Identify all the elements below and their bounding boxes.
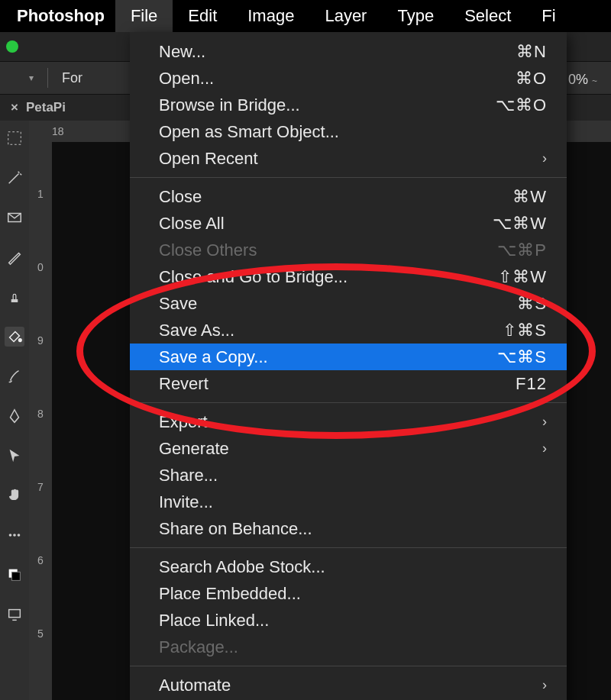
svg-point-3 xyxy=(9,534,12,537)
stamp-icon[interactable] xyxy=(5,287,24,307)
menu-item-revert[interactable]: RevertF12 xyxy=(130,370,567,397)
ruler-left: 1 0 9 8 7 6 5 4 xyxy=(29,142,52,700)
chevron-right-icon: › xyxy=(542,414,547,430)
menu-item-export[interactable]: Export› xyxy=(130,408,567,435)
ellipsis-icon[interactable] xyxy=(5,525,24,545)
chevron-right-icon: › xyxy=(542,440,547,456)
app-name: Photoshop xyxy=(6,6,115,26)
ruler-mark: 1 xyxy=(37,188,44,200)
menu-item-browse-in-bridge[interactable]: Browse in Bridge...⌥⌘O xyxy=(130,92,567,118)
options-field-label: For xyxy=(62,70,82,86)
menu-item-label: Share... xyxy=(159,466,218,485)
menu-item-label: Revert xyxy=(159,374,209,394)
menu-item-open[interactable]: Open...⌘O xyxy=(130,65,567,92)
paint-bucket-icon[interactable] xyxy=(12,69,19,87)
menu-item-place-linked[interactable]: Place Linked... xyxy=(130,607,567,634)
menu-image[interactable]: Image xyxy=(232,0,309,32)
ruler-mark: 8 xyxy=(37,408,44,420)
menu-item-label: Close xyxy=(159,187,202,207)
close-icon[interactable]: × xyxy=(11,100,18,115)
hand-icon[interactable] xyxy=(5,485,24,505)
menu-item-shortcut: ⇧⌘S xyxy=(503,321,547,340)
menu-item-share[interactable]: Share... xyxy=(130,462,567,489)
menu-item-label: Package... xyxy=(159,637,238,657)
wand-icon[interactable] xyxy=(5,168,24,188)
ruler-mark: 6 xyxy=(37,554,44,566)
divider xyxy=(47,68,48,88)
menu-item-place-embedded[interactable]: Place Embedded... xyxy=(130,580,567,607)
menu-item-open-recent[interactable]: Open Recent› xyxy=(130,145,567,172)
menu-item-shortcut: ⌘S xyxy=(517,294,547,314)
menu-item-label: Place Linked... xyxy=(159,611,269,631)
menu-item-shortcut: ⌘O xyxy=(516,69,547,89)
screen-icon[interactable] xyxy=(5,605,24,624)
arrow-icon[interactable] xyxy=(5,446,24,466)
menu-item-generate[interactable]: Generate› xyxy=(130,435,567,462)
menu-type[interactable]: Type xyxy=(382,0,449,32)
menu-item-package: Package... xyxy=(130,634,567,660)
menu-item-shortcut: ⌥⌘S xyxy=(497,347,547,367)
svg-point-2 xyxy=(19,339,22,342)
chevron-down-icon: ~ xyxy=(592,76,597,86)
svg-rect-0 xyxy=(8,132,21,145)
menu-item-shortcut: F12 xyxy=(516,374,547,394)
menu-item-open-as-smart-object[interactable]: Open as Smart Object... xyxy=(130,118,567,145)
menu-item-shortcut: ⌥⌘O xyxy=(496,95,547,115)
menu-item-close[interactable]: Close⌘W xyxy=(130,183,567,210)
menu-item-label: Open as Smart Object... xyxy=(159,122,339,142)
ruler-mark: 18 xyxy=(52,125,64,137)
document-title: PetaPi xyxy=(26,100,66,115)
svg-rect-8 xyxy=(9,610,21,618)
menu-separator xyxy=(130,666,567,666)
menu-separator xyxy=(130,402,567,403)
menu-item-label: Save a Copy... xyxy=(159,347,268,367)
chevron-right-icon: › xyxy=(542,150,547,166)
opacity-readout[interactable]: 0% ~ xyxy=(564,69,602,91)
menu-file[interactable]: File xyxy=(115,0,173,32)
menu-item-close-others: Close Others⌥⌘P xyxy=(130,237,567,263)
menu-item-close-and-go-to-bridge[interactable]: Close and Go to Bridge...⇧⌘W xyxy=(130,263,567,290)
menu-item-share-on-behance[interactable]: Share on Behance... xyxy=(130,515,567,542)
menu-item-label: Browse in Bridge... xyxy=(159,95,300,115)
menu-item-label: New... xyxy=(159,42,205,62)
tool-panel xyxy=(0,121,29,700)
menu-item-label: Automate xyxy=(159,676,231,695)
menu-cut[interactable]: Fi xyxy=(526,0,571,32)
chevron-down-icon[interactable]: ▾ xyxy=(29,73,34,83)
ruler-mark: 7 xyxy=(37,481,44,493)
bucket-icon[interactable] xyxy=(5,327,24,347)
swatch-icon[interactable] xyxy=(5,565,24,585)
menu-item-label: Close and Go to Bridge... xyxy=(159,267,348,287)
menu-item-save-as[interactable]: Save As...⇧⌘S xyxy=(130,317,567,344)
ruler-mark: 0 xyxy=(37,261,44,273)
menu-item-label: Open Recent xyxy=(159,149,258,169)
ruler-mark: 9 xyxy=(37,334,44,347)
envelope-icon[interactable] xyxy=(5,208,24,227)
svg-point-5 xyxy=(18,534,21,537)
menu-item-shortcut: ⇧⌘W xyxy=(498,267,547,287)
menu-layer[interactable]: Layer xyxy=(309,0,382,32)
menu-item-close-all[interactable]: Close All⌥⌘W xyxy=(130,210,567,237)
menu-item-automate[interactable]: Automate› xyxy=(130,672,567,698)
menu-separator xyxy=(130,177,567,178)
menu-item-label: Share on Behance... xyxy=(159,519,312,539)
menu-separator xyxy=(130,547,567,548)
menu-item-label: Search Adobe Stock... xyxy=(159,557,325,577)
menu-item-shortcut: ⌘W xyxy=(512,187,547,207)
menu-item-new[interactable]: New...⌘N xyxy=(130,38,567,65)
menu-item-label: Export xyxy=(159,412,208,432)
pencil-icon[interactable] xyxy=(5,247,24,267)
menu-item-search-adobe-stock[interactable]: Search Adobe Stock... xyxy=(130,553,567,580)
menu-item-save-a-copy[interactable]: Save a Copy...⌥⌘S xyxy=(130,344,567,370)
brush-icon[interactable] xyxy=(5,366,24,386)
marquee-icon[interactable] xyxy=(5,128,24,148)
menu-item-label: Place Embedded... xyxy=(159,584,301,604)
traffic-light-green[interactable] xyxy=(6,40,18,53)
menu-select[interactable]: Select xyxy=(449,0,526,32)
menu-edit[interactable]: Edit xyxy=(173,0,232,32)
menu-item-invite[interactable]: Invite... xyxy=(130,489,567,515)
menu-item-save[interactable]: Save⌘S xyxy=(130,290,567,317)
pen-icon[interactable] xyxy=(5,406,24,426)
ruler-mark: 5 xyxy=(37,627,44,640)
chevron-right-icon: › xyxy=(542,677,547,693)
